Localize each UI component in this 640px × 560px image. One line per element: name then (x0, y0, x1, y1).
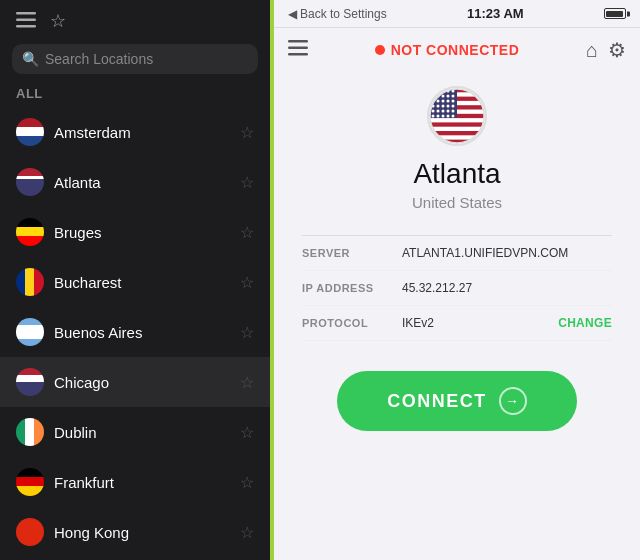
gear-icon[interactable]: ⚙ (608, 38, 626, 62)
location-name-frankfurt: Frankfurt (54, 474, 230, 491)
flag-buenosaires (16, 318, 44, 346)
status-row: NOT CONNECTED ⌂ ⚙ (274, 28, 640, 66)
star-frankfurt[interactable]: ☆ (240, 473, 254, 492)
top-bar: ◀ Back to Settings 11:23 AM (274, 0, 640, 28)
svg-rect-2 (16, 25, 36, 28)
server-label: SERVER (302, 247, 392, 259)
star-dublin[interactable]: ☆ (240, 423, 254, 442)
connect-button[interactable]: CONNECT → (337, 371, 577, 431)
svg-rect-0 (16, 12, 36, 15)
star-atlanta[interactable]: ☆ (240, 173, 254, 192)
svg-point-28 (447, 100, 450, 103)
country-flag (427, 86, 487, 146)
star-bucharest[interactable]: ☆ (240, 273, 254, 292)
hamburger-icon[interactable] (288, 40, 308, 61)
svg-point-39 (452, 110, 455, 113)
flag-bruges (16, 218, 44, 246)
section-all-label: ALL (0, 84, 270, 107)
info-table: SERVER ATLANTA1.UNIFIEDVPN.COM IP ADDRES… (302, 235, 612, 341)
back-arrow-icon: ◀ (288, 7, 297, 21)
svg-rect-4 (288, 46, 308, 49)
svg-point-37 (442, 110, 445, 113)
location-name-dublin: Dublin (54, 424, 230, 441)
server-value: ATLANTA1.UNIFIEDVPN.COM (402, 246, 612, 260)
search-icon: 🔍 (22, 51, 39, 67)
protocol-label: PROTOCOL (302, 317, 392, 329)
battery-fill (606, 11, 623, 17)
flag-bucharest (16, 268, 44, 296)
star-buenosaires[interactable]: ☆ (240, 323, 254, 342)
location-name-amsterdam: Amsterdam (54, 124, 230, 141)
flag-hongkong (16, 518, 44, 546)
svg-point-29 (452, 100, 455, 103)
flag-frankfurt (16, 468, 44, 496)
back-label: Back to Settings (300, 7, 387, 21)
star-amsterdam[interactable]: ☆ (240, 123, 254, 142)
svg-point-34 (452, 105, 455, 108)
star-bruges[interactable]: ☆ (240, 223, 254, 242)
change-protocol-button[interactable]: CHANGE (558, 316, 612, 330)
location-item-dublin[interactable]: Dublin☆ (0, 407, 270, 457)
flag-chicago (16, 368, 44, 396)
location-name-bruges: Bruges (54, 224, 230, 241)
location-item-hongkong[interactable]: Hong Kong☆ (0, 507, 270, 557)
connect-label: CONNECT (387, 391, 487, 412)
svg-point-23 (447, 95, 450, 98)
flag-dublin (16, 418, 44, 446)
svg-point-35 (432, 110, 435, 113)
back-button[interactable]: ◀ Back to Settings (288, 7, 387, 21)
location-item-frankfurt[interactable]: Frankfurt☆ (0, 457, 270, 507)
ip-value: 45.32.212.27 (402, 281, 612, 295)
svg-point-31 (437, 105, 440, 108)
svg-rect-11 (429, 118, 485, 122)
battery-area (604, 8, 626, 19)
svg-rect-1 (16, 18, 36, 21)
svg-rect-13 (429, 135, 485, 139)
svg-point-26 (437, 100, 440, 103)
svg-rect-3 (288, 40, 308, 43)
location-item-bruges[interactable]: Bruges☆ (0, 207, 270, 257)
location-item-amsterdam[interactable]: Amsterdam☆ (0, 107, 270, 157)
svg-rect-5 (288, 53, 308, 56)
svg-point-16 (437, 90, 440, 93)
menu-icon[interactable] (16, 12, 36, 31)
location-item-atlanta[interactable]: Atlanta☆ (0, 157, 270, 207)
protocol-row: PROTOCOL IKEv2 CHANGE (302, 306, 612, 341)
server-row: SERVER ATLANTA1.UNIFIEDVPN.COM (302, 236, 612, 271)
search-bar[interactable]: 🔍 Search Locations (12, 44, 258, 74)
left-header: ☆ (0, 0, 270, 40)
svg-rect-12 (429, 127, 485, 131)
flag-atlanta (16, 168, 44, 196)
svg-point-22 (442, 95, 445, 98)
status-text: NOT CONNECTED (391, 42, 520, 58)
status-dot (375, 45, 385, 55)
flag-amsterdam (16, 118, 44, 146)
right-icons: ⌂ ⚙ (586, 38, 626, 62)
svg-point-41 (437, 115, 440, 118)
location-name-atlanta: Atlanta (54, 174, 230, 191)
svg-point-32 (442, 105, 445, 108)
favorites-icon[interactable]: ☆ (50, 10, 66, 32)
star-chicago[interactable]: ☆ (240, 373, 254, 392)
svg-point-42 (442, 115, 445, 118)
svg-point-36 (437, 110, 440, 113)
country-name: United States (412, 194, 502, 211)
location-name-hongkong: Hong Kong (54, 524, 230, 541)
svg-point-24 (452, 95, 455, 98)
svg-point-38 (447, 110, 450, 113)
location-name-chicago: Chicago (54, 374, 230, 391)
protocol-value: IKEv2 (402, 316, 548, 330)
connect-arrow-icon: → (499, 387, 527, 415)
location-item-bucharest[interactable]: Bucharest☆ (0, 257, 270, 307)
svg-point-43 (447, 115, 450, 118)
city-name: Atlanta (413, 158, 500, 190)
star-hongkong[interactable]: ☆ (240, 523, 254, 542)
home-icon[interactable]: ⌂ (586, 39, 598, 62)
location-item-buenosaires[interactable]: Buenos Aires☆ (0, 307, 270, 357)
svg-point-44 (452, 115, 455, 118)
ip-row: IP ADDRESS 45.32.212.27 (302, 271, 612, 306)
connection-status: NOT CONNECTED (375, 42, 520, 58)
svg-point-33 (447, 105, 450, 108)
location-name-buenosaires: Buenos Aires (54, 324, 230, 341)
location-item-chicago[interactable]: Chicago☆ (0, 357, 270, 407)
